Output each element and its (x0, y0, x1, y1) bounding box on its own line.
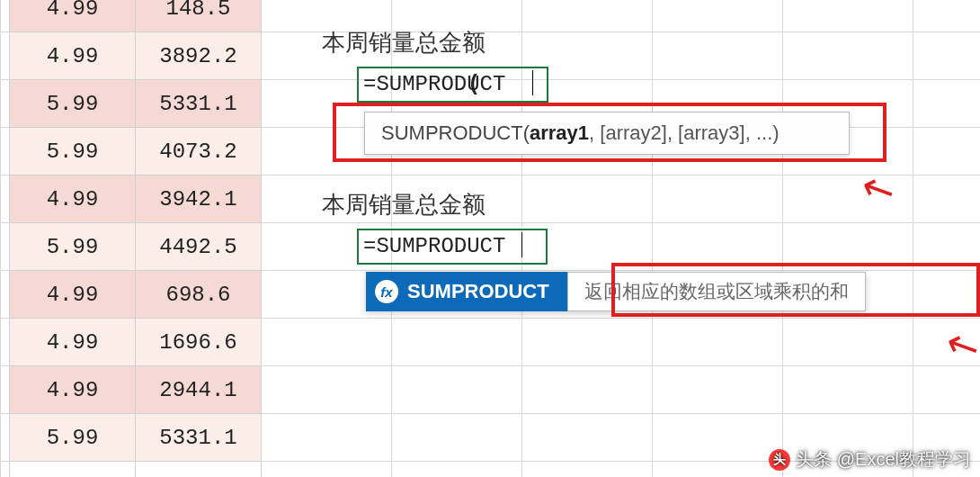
cell[interactable]: 5.99 (10, 223, 136, 271)
table-row: 4.993942.1 (10, 176, 262, 223)
formula-text[interactable]: =SUMPRODUCT (363, 234, 505, 258)
table-row: 4.993892.2 (10, 32, 262, 80)
cell[interactable]: 5.99 (10, 80, 136, 128)
cell[interactable]: 4492.5 (136, 223, 262, 271)
autocomplete-item-label: SUMPRODUCT (407, 280, 549, 303)
table-row: 4.99148.5 (10, 0, 262, 32)
cell[interactable]: 4.99 (10, 366, 136, 414)
cell[interactable]: 148.5 (136, 0, 262, 32)
cell[interactable]: 3942.1 (136, 176, 262, 223)
cell[interactable]: 5.99 (10, 128, 136, 176)
annotation-highlight-box (611, 263, 980, 317)
toutiao-logo-icon: 头 (769, 449, 790, 471)
table-row (10, 462, 262, 478)
autocomplete-item[interactable]: fx SUMPRODUCT (366, 272, 567, 311)
annotation-highlight-box (333, 103, 886, 162)
formula-paren: ( (468, 72, 480, 96)
text-cursor-icon (521, 232, 522, 257)
table-row: 4.991696.6 (10, 319, 262, 366)
cell[interactable]: 4.99 (10, 271, 136, 319)
data-table: 4.99148.5 4.993892.2 5.995331.1 5.994073… (9, 0, 262, 477)
cell[interactable]: 5331.1 (136, 414, 262, 462)
formula-text[interactable]: =SUMPRODUCT (363, 72, 505, 96)
section-label: 本周销量总金额 (322, 27, 486, 58)
table-row: 5.995331.1 (10, 80, 262, 128)
cell[interactable]: 2944.1 (136, 366, 262, 414)
table-row: 5.994492.5 (10, 223, 262, 271)
cell[interactable]: 4.99 (10, 319, 136, 366)
fx-icon: fx (375, 280, 398, 303)
cell[interactable] (136, 462, 262, 478)
watermark-text: 头条 @Excel教程学习 (796, 447, 971, 472)
watermark: 头 头条 @Excel教程学习 (769, 447, 971, 472)
cell[interactable]: 1696.6 (136, 319, 262, 366)
text-cursor-icon (532, 70, 533, 95)
cell[interactable]: 3892.2 (136, 32, 262, 80)
cell[interactable]: 5.99 (10, 414, 136, 462)
table-row: 4.99698.6 (10, 271, 262, 319)
table-row: 4.992944.1 (10, 366, 262, 414)
cell[interactable]: 4.99 (10, 176, 136, 223)
table-row: 5.995331.1 (10, 414, 262, 462)
table-row: 5.994073.2 (10, 128, 262, 176)
cell[interactable]: 4.99 (10, 0, 136, 32)
cell[interactable]: 4.99 (10, 32, 136, 80)
cell[interactable]: 698.6 (136, 271, 262, 319)
cell[interactable] (10, 462, 136, 478)
cell[interactable]: 5331.1 (136, 80, 262, 128)
cell[interactable]: 4073.2 (136, 128, 262, 176)
section-label: 本周销量总金额 (322, 189, 486, 220)
